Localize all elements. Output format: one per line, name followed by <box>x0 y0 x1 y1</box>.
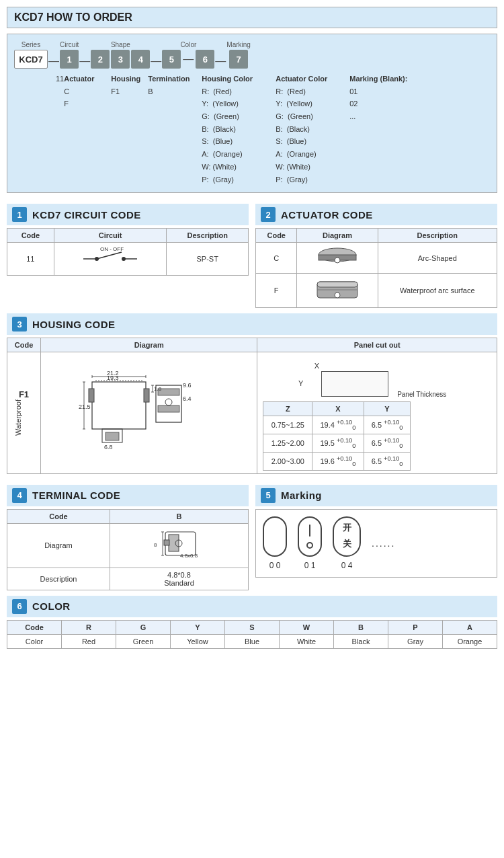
section3-header: 3 HOUSING CODE <box>7 313 497 335</box>
act-col-code: Code <box>256 229 297 243</box>
circuit-num: 1 <box>60 50 79 69</box>
actuator-code-c: C <box>256 243 297 274</box>
circuit-detail: 11 <box>14 73 64 186</box>
panel-y-label: Y <box>298 379 303 387</box>
circuit-col-circuit: Circuit <box>54 229 167 243</box>
order-flow: Series KCD7 — Circuit 1 — Shape 2 3 4 — … <box>14 41 490 69</box>
terminal-svg: 4.8x0.8 8 <box>152 526 206 563</box>
color-green: Green <box>116 634 171 648</box>
mark-04-label: 0 4 <box>341 561 353 570</box>
shape-label: Shape <box>111 41 130 48</box>
section4-header: 4 TERMINAL CODE <box>7 485 249 506</box>
actuator-row-c: C Arc-Shaped <box>256 243 497 274</box>
mark-00-label: 0 0 <box>269 561 281 570</box>
terminal-col-b: B <box>110 509 248 523</box>
svg-rect-13 <box>92 382 146 429</box>
circuit-col-code: Code <box>7 229 54 243</box>
panel-col-x: X <box>312 402 364 416</box>
actuator-code-f: F <box>256 274 297 308</box>
section6-header: 6 COLOR <box>7 596 497 617</box>
color-gray: Gray <box>388 634 443 648</box>
color-label: Color <box>180 41 196 48</box>
terminal-desc-row: Description 4.8*0.8Standard <box>7 568 249 590</box>
color-table: Code R G Y S W B P A Color Red Green Yel… <box>7 620 497 649</box>
housing-col-diagram: Diagram <box>41 338 257 352</box>
section1-header: 1 KCD7 CIRCUIT CODE <box>7 204 249 225</box>
color-white: White <box>280 634 334 648</box>
svg-rect-37 <box>106 432 119 440</box>
marking-detail: Marking (Blank): 01 02 ... <box>349 73 407 186</box>
shape-num4: 4 <box>131 50 150 69</box>
svg-rect-14 <box>89 389 94 402</box>
shape-nums: 2 3 4 <box>91 50 150 69</box>
svg-text:9.6: 9.6 <box>183 382 192 389</box>
mark-04: 开 关 0 4 <box>333 516 361 570</box>
circuit-label: Circuit <box>60 41 79 48</box>
circuit-col-desc: Description <box>167 229 249 243</box>
housing-code-f1: F1 Waterproof <box>7 352 41 474</box>
color-hdr-y: Y <box>171 620 225 634</box>
section3-num: 3 <box>12 317 27 332</box>
section2-header: 2 ACTUATOR CODE <box>255 204 497 225</box>
oval-01 <box>298 516 322 557</box>
section1: 1 KCD7 CIRCUIT CODE Code Circuit Descrip… <box>7 198 249 308</box>
act-col-diagram: Diagram <box>297 229 378 243</box>
shape-box: Shape 2 3 4 <box>91 41 150 69</box>
panel-col-z: Z <box>263 402 312 416</box>
oval-blank <box>263 516 287 557</box>
section3-title: HOUSING CODE <box>32 319 116 330</box>
arrow2: — <box>79 43 90 67</box>
svg-rect-24 <box>158 405 179 412</box>
color-hdr-code: Code <box>7 620 62 634</box>
circuit-diagram: ON - OFF <box>54 243 167 276</box>
actuator-color-label: Actuator Color <box>276 73 349 85</box>
actuator-label: Actuator <box>64 73 111 85</box>
panel-box <box>321 371 388 397</box>
more-dots: ...... <box>372 538 395 549</box>
terminal-col-code: Code <box>7 509 110 523</box>
panel-row-3: 2.00~3.00 19.6 +0.100 6.5 +0.100 <box>263 452 411 470</box>
svg-rect-10 <box>317 282 358 287</box>
arrow1: — <box>48 43 59 67</box>
terminal-label-desc: Description <box>7 568 110 590</box>
color-blue: Blue <box>225 634 280 648</box>
svg-text:8: 8 <box>154 542 157 548</box>
arrow3: — <box>151 43 161 67</box>
series-box: Series KCD7 <box>14 41 48 69</box>
terminal-label-diagram: Diagram <box>7 523 110 568</box>
svg-rect-15 <box>144 389 149 402</box>
circuit-svg: ON - OFF <box>80 245 140 272</box>
shape-num2: 2 <box>91 50 110 69</box>
svg-line-2 <box>97 252 122 259</box>
housing-color-label: Housing Color <box>202 73 276 85</box>
color-hdr-s: S <box>225 620 280 634</box>
svg-text:1.8: 1.8 <box>154 386 162 392</box>
marking-num7: 7 <box>229 50 248 69</box>
terminal-table: Code B Diagram 4.8x0.8 <box>7 509 249 590</box>
termination-label: Termination <box>148 73 202 85</box>
panel-col-y: Y <box>364 402 411 416</box>
color-hdr-p: P <box>388 620 443 634</box>
section5-header: 5 Marking <box>255 485 497 506</box>
section2-title: ACTUATOR CODE <box>281 209 373 221</box>
section4-title: TERMINAL CODE <box>32 490 120 501</box>
sections-1-2: 1 KCD7 CIRCUIT CODE Code Circuit Descrip… <box>7 198 497 308</box>
terminal-desc: 4.8*0.8Standard <box>110 568 248 590</box>
housing-diagram-cell: 21.2 19.3 9.6 6.4 <box>41 352 257 474</box>
svg-rect-41 <box>164 540 169 545</box>
terminal-diagram-row: Diagram 4.8x0.8 <box>7 523 249 568</box>
actuator-row-f: F Waterproof arc surface <box>256 274 497 308</box>
color-hdr-a: A <box>443 620 497 634</box>
series-value: KCD7 <box>14 50 48 69</box>
panel-row-2: 1.25~2.00 19.5 +0.100 6.5 +0.100 <box>263 434 411 453</box>
svg-text:6.8: 6.8 <box>104 444 113 451</box>
panel-row-1: 0.75~1.25 19.4 +0.100 6.5 +0.100 <box>263 416 411 434</box>
arc-shaped-svg <box>314 245 361 269</box>
circuit-table: Code Circuit Description 11 <box>7 228 249 276</box>
section6-num: 6 <box>12 599 27 614</box>
svg-point-8 <box>335 258 340 263</box>
shape-num3: 3 <box>111 50 130 69</box>
actuator-detail: Actuator C F <box>64 73 111 186</box>
terminal-diagram: 4.8x0.8 8 <box>110 523 248 568</box>
sections-4-5: 4 TERMINAL CODE Code B Diagram <box>7 479 497 590</box>
